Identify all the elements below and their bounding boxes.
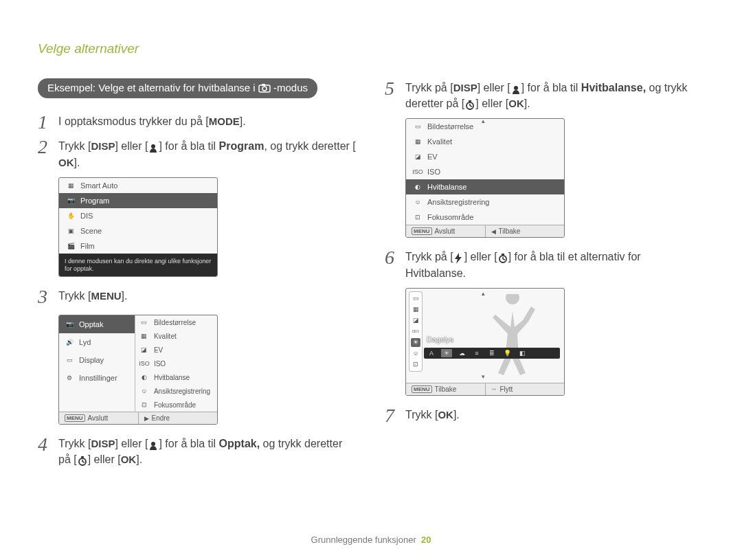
image-size-icon: ▭ bbox=[411, 294, 420, 303]
menu-left-row: ⚙Innstillinger bbox=[59, 369, 135, 387]
step-6: 6 Trykk på [] eller [] for å bla til et … bbox=[385, 247, 704, 280]
panel-footer: MENUAvslutt ◀Tilbake bbox=[406, 225, 564, 237]
dis-icon: ✋ bbox=[66, 211, 76, 221]
step-7: 7 Trykk [OK]. bbox=[385, 405, 704, 427]
text: ] eller [ bbox=[115, 438, 148, 449]
caret-down-icon: ▾ bbox=[482, 373, 485, 380]
smart-auto-icon: ▦ bbox=[66, 181, 76, 190]
mode-label: DIS bbox=[80, 212, 93, 220]
gear-icon: ⚙ bbox=[65, 373, 74, 383]
text: ] eller [ bbox=[475, 98, 508, 109]
text: ] eller [ bbox=[88, 453, 121, 465]
flower-icon bbox=[148, 439, 159, 450]
wb-fluorescent-l-icon: ≣ bbox=[486, 349, 497, 357]
iso-icon: ISO bbox=[411, 327, 420, 336]
text: , og trykk deretter [ bbox=[264, 140, 355, 152]
step-number: 7 bbox=[385, 405, 405, 427]
foot-right: ◀Tilbake bbox=[485, 225, 565, 237]
mode-row: 🎬Film bbox=[59, 238, 217, 254]
focus-area-icon: ⊡ bbox=[413, 212, 423, 222]
step-3: 3 Trykk [MENU]. bbox=[38, 287, 357, 308]
text: Trykk på [ bbox=[405, 82, 453, 93]
mode-label: Program bbox=[80, 197, 109, 205]
foot-right: ↔Flytt bbox=[485, 383, 565, 395]
quality-icon: ▦ bbox=[411, 305, 420, 314]
svg-rect-11 bbox=[502, 254, 504, 255]
quality-icon: ▦ bbox=[413, 137, 423, 146]
label: Ansiktsregistrering bbox=[154, 388, 210, 395]
face-icon: ☺ bbox=[413, 197, 423, 207]
wb-auto-icon: A bbox=[426, 349, 437, 357]
text: ] eller [ bbox=[115, 140, 148, 152]
camera-icon bbox=[258, 83, 271, 95]
wb-icon: ◐ bbox=[139, 372, 149, 382]
flower-icon bbox=[510, 83, 521, 94]
menu-key: MENU bbox=[91, 289, 121, 304]
label: Bildestørrelse bbox=[427, 122, 473, 131]
foot-label: Avslutt bbox=[88, 414, 109, 422]
iso-icon: ISO bbox=[413, 167, 423, 177]
step-number: 6 bbox=[385, 247, 405, 269]
ok-key: OK bbox=[121, 452, 137, 467]
pill-suffix: -modus bbox=[273, 82, 308, 93]
label: Opptak bbox=[79, 320, 103, 328]
mode-row: ✋DIS bbox=[59, 208, 217, 223]
left-column: Eksempel: Velge et alternativ for hvitba… bbox=[38, 78, 357, 474]
menu-left-row-selected: 📷Opptak bbox=[59, 315, 135, 333]
foot-left: MENUAvslutt bbox=[406, 225, 485, 237]
wb-row: ▦Kvalitet bbox=[406, 134, 564, 149]
label: Display bbox=[79, 356, 104, 364]
mode-key: MODE bbox=[209, 114, 240, 129]
label: Kvalitet bbox=[154, 333, 177, 340]
step-body: Trykk [OK]. bbox=[405, 405, 704, 423]
menu-right: ▭Bildestørrelse ▦Kvalitet ◪EV ISOISO ◐Hv… bbox=[135, 315, 217, 412]
menu-left-row: ▭Display bbox=[59, 351, 135, 369]
wb-fluorescent-h-icon: ≡ bbox=[471, 349, 482, 357]
flash-icon bbox=[453, 252, 464, 263]
step-body: Trykk [DISP] eller [] for å bla til Oppt… bbox=[58, 434, 357, 467]
page-number: 20 bbox=[421, 535, 431, 545]
menu-key-icon: MENU bbox=[65, 414, 85, 422]
text: Trykk på [ bbox=[405, 251, 453, 262]
label: Lyd bbox=[79, 338, 91, 346]
wb-tungsten-icon: 💡 bbox=[502, 349, 513, 357]
film-icon: 🎬 bbox=[66, 241, 76, 251]
foot-right: ▶Endre bbox=[138, 412, 218, 424]
footer-text: Grunnleggende funksjoner bbox=[311, 535, 416, 545]
wb-option-label: Dagslys bbox=[427, 335, 453, 344]
image-size-icon: ▭ bbox=[139, 317, 149, 327]
label: EV bbox=[427, 153, 438, 161]
foot-label: Avslutt bbox=[435, 227, 456, 235]
disp-key: DISP bbox=[91, 139, 115, 154]
mode-label: Scene bbox=[80, 227, 102, 235]
foot-left: MENUTilbake bbox=[406, 383, 485, 395]
step-body: I opptaksmodus trykker du på [MODE]. bbox=[58, 112, 357, 129]
menu-right-row: ☺Ansiktsregistrering bbox=[135, 384, 217, 398]
svg-point-3 bbox=[151, 144, 155, 148]
label: Innstillinger bbox=[79, 374, 117, 382]
text: Trykk [ bbox=[58, 290, 91, 302]
person-silhouette bbox=[475, 294, 550, 377]
step-number: 2 bbox=[38, 137, 58, 158]
svg-rect-9 bbox=[469, 100, 471, 102]
foot-label: Tilbake bbox=[499, 227, 521, 235]
mode-row-selected: 📷Program bbox=[59, 193, 217, 208]
face-icon: ☺ bbox=[139, 386, 149, 396]
text: ]. bbox=[453, 409, 460, 421]
foot-label: Tilbake bbox=[435, 385, 457, 393]
face-icon: ☺ bbox=[411, 349, 420, 358]
wb-row: ⊡Fokusområde bbox=[406, 210, 564, 225]
step-body: Trykk på [DISP] eller [] for å bla til H… bbox=[405, 78, 704, 111]
bold-opptak: Opptak, bbox=[219, 438, 260, 449]
page-footer: Grunnleggende funksjoner 20 bbox=[0, 535, 742, 545]
svg-point-4 bbox=[151, 442, 155, 446]
text: Trykk [ bbox=[58, 140, 91, 152]
ev-icon: ◪ bbox=[139, 345, 149, 355]
label: EV bbox=[154, 346, 163, 354]
svg-point-7 bbox=[514, 86, 518, 90]
text: ]. bbox=[74, 157, 80, 168]
menu-right-row: ▦Kvalitet bbox=[135, 329, 217, 343]
ev-icon: ◪ bbox=[411, 316, 420, 325]
bold-program: Program bbox=[219, 140, 265, 152]
mode-row: ▦Smart Auto bbox=[59, 178, 217, 193]
